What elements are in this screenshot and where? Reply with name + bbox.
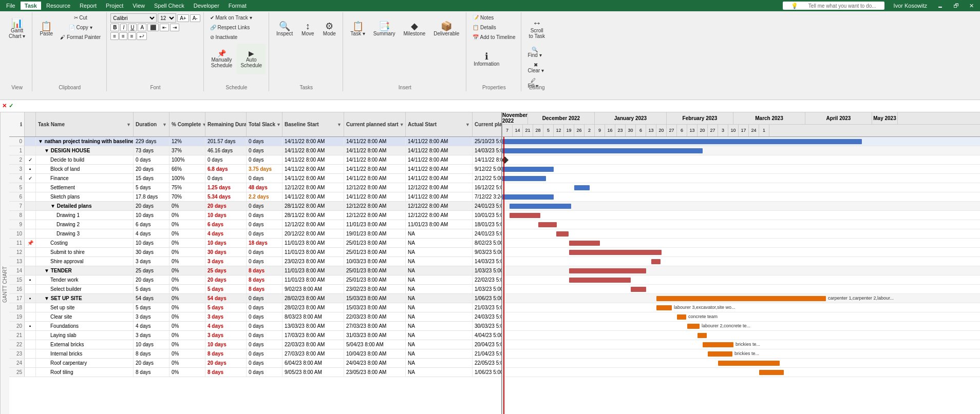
header-duration[interactable]: Duration ▼ — [134, 112, 169, 136]
task-name[interactable]: Drawing 3 — [36, 229, 134, 238]
mode-button[interactable]: ⚙ Mode — [319, 13, 340, 44]
font-increase-button[interactable]: A+ — [177, 14, 189, 22]
task-name[interactable]: Laying slab — [36, 331, 134, 340]
inspect-button[interactable]: 🔍 Inspect — [273, 13, 296, 44]
copy-button[interactable]: 📄 Copy ▾ — [58, 23, 103, 32]
underline-button[interactable]: U — [128, 24, 137, 31]
table-row[interactable]: 22 External bricks 10 days 0% 10 days 0 … — [9, 340, 501, 349]
paste-button[interactable]: 📋 Paste — [36, 13, 56, 44]
table-row[interactable]: 7 ▼ Detailed plans 20 days 0% 20 days 0 … — [9, 202, 501, 211]
task-name[interactable]: External bricks — [36, 340, 134, 349]
table-row[interactable]: 5 Settlement 5 days 75% 1.25 days 48 day… — [9, 183, 501, 192]
header-astart[interactable]: Actual Start ▼ — [406, 112, 473, 136]
table-row[interactable]: 2 ✓ Decide to build 0 days 100% 0 days 0… — [9, 155, 501, 165]
wrap-button[interactable]: ⮐ — [137, 32, 147, 40]
task-name[interactable]: ▼ DESIGN HOUSE — [36, 146, 134, 155]
table-row[interactable]: 25 Roof tiling 8 days 0% 8 days 0 days 9… — [9, 368, 501, 377]
task-name[interactable]: Drawing 2 — [36, 220, 134, 229]
highlight-button[interactable]: ⬛ — [147, 24, 159, 31]
menu-task[interactable]: Task — [21, 2, 41, 10]
outdent-button[interactable]: ⇥ — [170, 24, 179, 31]
table-row[interactable]: 10 Drawing 3 4 days 0% 4 days 0 days 20/… — [9, 229, 501, 239]
task-name[interactable]: Roof carpentary — [36, 359, 134, 367]
task-name[interactable]: Costing — [36, 239, 134, 247]
cancel-edit-button[interactable]: ✕ — [2, 103, 7, 109]
table-row[interactable]: 4 ✓ Finance 15 days 100% 0 days 0 days 1… — [9, 174, 501, 183]
font-color-button[interactable]: A — [138, 24, 146, 31]
header-task[interactable]: Task Name ▼ — [36, 112, 134, 136]
table-row[interactable]: 23 Internal bricks 8 days 0% 8 days 0 da… — [9, 349, 501, 359]
menu-developer[interactable]: Developer — [190, 2, 223, 10]
information-button[interactable]: ℹ Information — [470, 44, 503, 74]
font-decrease-button[interactable]: A- — [190, 14, 200, 22]
menu-view[interactable]: View — [128, 2, 149, 10]
window-close[interactable]: ✕ — [965, 2, 978, 10]
table-row[interactable]: 6 Sketch plans 17.8 days 70% 5.34 days 2… — [9, 192, 501, 202]
table-row[interactable]: 12 Submit to shire 30 days 0% 30 days 0 … — [9, 248, 501, 257]
tell-me-search[interactable]: 💡 Tell me what you want to do... — [783, 2, 884, 10]
table-row[interactable]: 24 Roof carpentary 20 days 0% 20 days 0 … — [9, 359, 501, 368]
table-row[interactable]: 20 ▪ Foundations 4 days 0% 4 days 0 days… — [9, 322, 501, 331]
details-button[interactable]: 📋 Details — [470, 23, 498, 32]
header-cpfinish[interactable]: Current planned finish ▼ — [473, 112, 502, 136]
cut-button[interactable]: ✂ Cut — [58, 13, 103, 22]
header-pct[interactable]: % Complete ▼ — [169, 112, 205, 136]
task-name[interactable]: ▼ Detailed plans — [36, 202, 134, 210]
task-name[interactable]: Roof tiling — [36, 368, 134, 377]
italic-button[interactable]: I — [120, 24, 127, 31]
mark-on-track-button[interactable]: ✔ Mark on Track ▾ — [208, 13, 255, 22]
header-bstart[interactable]: Baseline Start ▼ — [282, 112, 344, 136]
table-row[interactable]: 17 ▪ ▼ SET UP SITE 54 days 0% 54 days 0 … — [9, 294, 501, 303]
menu-project[interactable]: Project — [102, 2, 127, 10]
gantt-chart-button[interactable]: 📊 GanttChart ▾ — [5, 13, 29, 44]
table-row[interactable]: 21 Laying slab 3 days 0% 3 days 0 days 1… — [9, 331, 501, 340]
deliverable-button[interactable]: 📦 Deliverable — [430, 13, 463, 44]
task-name[interactable]: Submit to shire — [36, 248, 134, 257]
clear-button[interactable]: ✖ Clear ▾ — [525, 61, 546, 75]
menu-spellcheck[interactable]: Spell Check — [150, 2, 189, 10]
scroll-to-task-button[interactable]: ↔ Scrollto Task — [525, 13, 549, 44]
task-name[interactable]: Drawing 1 — [36, 211, 134, 220]
formula-input[interactable] — [15, 103, 978, 109]
task-name[interactable]: Settlement — [36, 183, 134, 192]
task-name[interactable]: Select builder — [36, 285, 134, 293]
table-row[interactable]: 3 ▪ Block of land 20 days 66% 6.8 days 3… — [9, 165, 501, 174]
task-name[interactable]: Sketch plans — [36, 192, 134, 201]
task-name[interactable]: Block of land — [36, 165, 134, 173]
table-row[interactable]: 1 ▼ DESIGN HOUSE 73 days 37% 46.16 days … — [9, 146, 501, 155]
task-name[interactable]: Decide to build — [36, 155, 134, 164]
task-name[interactable]: ▼ nathan project training with baseline … — [36, 137, 134, 146]
header-slack[interactable]: Total Slack ▼ — [247, 112, 282, 136]
align-right-button[interactable]: ≡ — [128, 32, 136, 40]
table-row[interactable]: 14 ▼ TENDER 25 days 0% 25 days 8 days 11… — [9, 266, 501, 275]
table-row[interactable]: 15 ▪ Tender work 20 days 0% 20 days 8 da… — [9, 275, 501, 285]
indent-button[interactable]: ⇤ — [160, 24, 169, 31]
add-to-timeline-button[interactable]: 📅 Add to Timeline — [470, 33, 518, 42]
bold-button[interactable]: B — [110, 24, 119, 31]
task-name[interactable]: Shire approval — [36, 257, 134, 266]
table-row[interactable]: 18 Set up site 5 days 0% 5 days 0 days 2… — [9, 303, 501, 312]
summary-button[interactable]: 📑 Summary — [370, 13, 399, 44]
table-row[interactable]: 8 Drawing 1 10 days 0% 10 days 0 days 28… — [9, 211, 501, 220]
inactivate-button[interactable]: ⊘ Inactivate — [208, 33, 240, 42]
table-row[interactable]: 11 📌 Costing 10 days 0% 10 days 18 days … — [9, 239, 501, 248]
font-family-select[interactable]: Calibri — [110, 13, 157, 23]
menu-format[interactable]: Format — [224, 2, 251, 10]
task-name[interactable]: Clear site — [36, 312, 134, 321]
manually-schedule-button[interactable]: 📌 ManuallySchedule — [208, 44, 236, 74]
window-maximize[interactable]: 🗗 — [949, 2, 963, 10]
task-button[interactable]: 📋 Task ▾ — [347, 13, 368, 44]
auto-schedule-button[interactable]: ▶ AutoSchedule — [237, 44, 266, 74]
align-left-button[interactable]: ≡ — [110, 32, 119, 40]
font-size-select[interactable]: 12 — [158, 13, 176, 23]
task-name[interactable]: Tender work — [36, 275, 134, 284]
menu-file[interactable]: File — [2, 2, 20, 10]
milestone-button[interactable]: ◆ Milestone — [400, 13, 429, 44]
move-button[interactable]: ↕ Move — [297, 13, 318, 44]
format-painter-button[interactable]: 🖌 Format Painter — [58, 33, 103, 42]
respect-links-button[interactable]: 🔗 Respect Links — [208, 23, 253, 32]
menu-resource[interactable]: Resource — [42, 2, 74, 10]
task-name[interactable]: ▼ TENDER — [36, 266, 134, 275]
task-name[interactable]: Internal bricks — [36, 349, 134, 358]
header-rem[interactable]: Remaining Duration ▼ — [205, 112, 247, 136]
